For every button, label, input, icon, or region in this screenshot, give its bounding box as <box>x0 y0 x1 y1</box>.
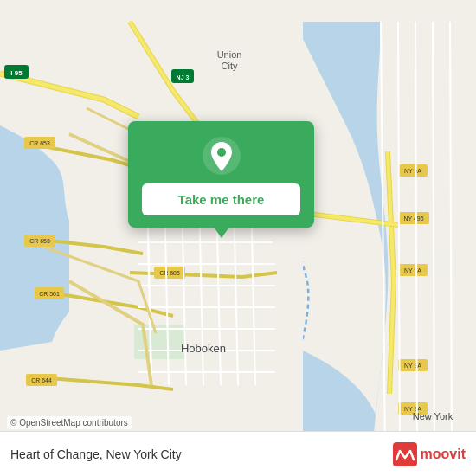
svg-text:NY 9A: NY 9A <box>404 363 421 369</box>
map-copyright: © OpenStreetMap contributors <box>7 416 132 429</box>
svg-text:New York: New York <box>413 411 453 421</box>
moovit-logo-text: moovit <box>421 447 466 462</box>
map-svg: I 95 NJ 3 CR 653 CR 685 CR 685 CR 653 CR… <box>0 0 476 476</box>
take-me-there-button[interactable]: Take me there <box>142 183 300 215</box>
location-pin-icon <box>203 137 241 175</box>
svg-text:NJ 3: NJ 3 <box>177 74 190 80</box>
svg-rect-54 <box>393 442 417 466</box>
svg-text:NY 9A: NY 9A <box>404 267 421 273</box>
svg-text:City: City <box>222 61 238 71</box>
svg-text:CR 653: CR 653 <box>29 140 50 146</box>
popup-tail <box>213 226 230 238</box>
map-container: I 95 NJ 3 CR 653 CR 685 CR 685 CR 653 CR… <box>0 0 476 476</box>
moovit-logo-icon <box>393 442 417 466</box>
bottom-bar: Heart of Change, New York City moovit <box>0 431 476 476</box>
svg-text:I 95: I 95 <box>10 69 23 77</box>
svg-text:CR 685: CR 685 <box>159 270 180 276</box>
svg-rect-0 <box>69 22 303 454</box>
svg-text:NY 9A: NY 9A <box>404 168 421 174</box>
svg-text:Union: Union <box>217 49 242 60</box>
svg-text:CR 644: CR 644 <box>31 377 52 383</box>
svg-text:Hoboken: Hoboken <box>181 342 226 355</box>
svg-text:CR 653: CR 653 <box>29 238 50 244</box>
svg-point-53 <box>217 148 226 157</box>
svg-text:NY 495: NY 495 <box>403 215 423 222</box>
svg-text:CR 501: CR 501 <box>39 291 60 297</box>
location-label: Heart of Change, New York City <box>10 447 393 461</box>
moovit-logo: moovit <box>393 442 466 466</box>
popup-card: Take me there <box>128 121 314 228</box>
